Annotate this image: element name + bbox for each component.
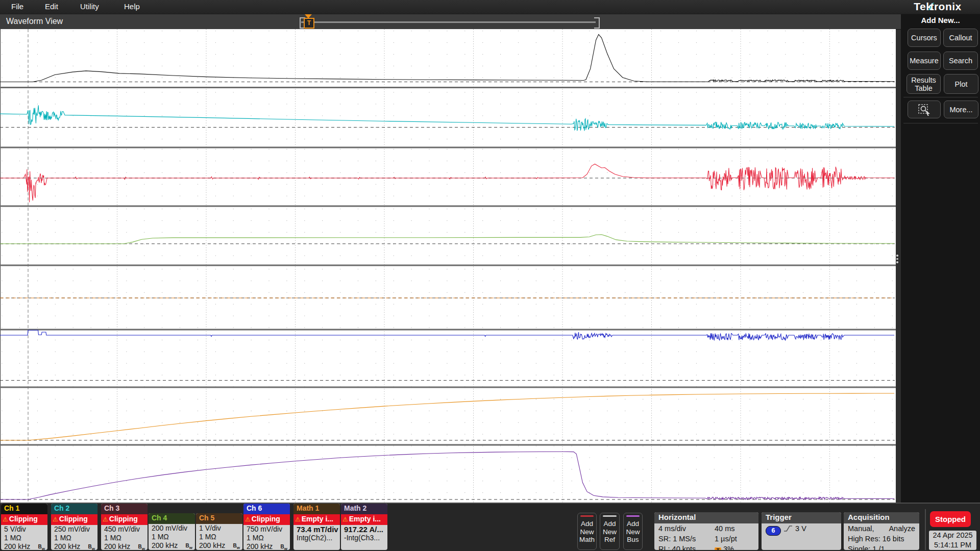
plot-button[interactable]: Plot bbox=[944, 74, 978, 94]
menu-item-file[interactable]: File bbox=[11, 2, 23, 11]
badge-header: Ch 5 bbox=[196, 513, 242, 524]
ruler-trigger-marker-icon[interactable]: T bbox=[304, 18, 314, 29]
bandwidth-limit-icon: Bw bbox=[88, 542, 95, 550]
time-text: 5:14:11 PM bbox=[929, 540, 976, 550]
grid-slice-ch4 bbox=[1, 206, 896, 265]
horizontal-row: RL: 40 kptsT3% bbox=[654, 544, 758, 550]
badge-row: Intg(Ch2)... bbox=[293, 534, 340, 542]
badge-row: 750 mV/div bbox=[243, 525, 290, 534]
badge-row: -Intg(Ch3... bbox=[341, 534, 387, 542]
acquisition-status-badge[interactable]: Stopped bbox=[930, 511, 971, 527]
add-new-math-button[interactable]: AddNewMath bbox=[577, 513, 597, 550]
acquisition-panel-title: Acquisition bbox=[844, 512, 919, 523]
badge-row: 1 MΩ bbox=[101, 534, 148, 542]
add-new-bus-button[interactable]: AddNewBus bbox=[623, 513, 643, 550]
ruler-right-bracket bbox=[594, 17, 600, 29]
warning-icon: ⚠ bbox=[342, 516, 348, 523]
badge-warning: ⚠Clipping bbox=[101, 514, 148, 525]
acquisition-single-row: Single: 1 /1 bbox=[844, 544, 919, 550]
badge-warning: ⚠Empty i... bbox=[293, 514, 340, 525]
badge-header: Ch 4 bbox=[149, 513, 195, 524]
warning-icon: ⚠ bbox=[103, 516, 108, 523]
search-button[interactable]: Search bbox=[943, 52, 978, 70]
acquisition-panel[interactable]: AcquisitionManual,AnalyzeHigh Res: 16 bi… bbox=[844, 512, 919, 550]
menu-item-utility[interactable]: Utility bbox=[80, 2, 99, 11]
callout-button[interactable]: Callout bbox=[943, 29, 978, 47]
add-new-heading: Add New... bbox=[901, 16, 980, 24]
badge-color-bar bbox=[580, 515, 594, 517]
badge-row: 1 V/div bbox=[196, 524, 242, 533]
cursors-button[interactable]: Cursors bbox=[908, 29, 941, 47]
panel-divider bbox=[903, 123, 978, 123]
trigger-source-badge: 6 bbox=[766, 526, 781, 536]
badge-header: Ch 2 bbox=[51, 504, 97, 514]
menu-item-help[interactable]: Help bbox=[124, 2, 140, 11]
horizontal-row: 4 ms/div40 ms bbox=[654, 523, 758, 534]
settings-badge-math2[interactable]: Math 2⚠Empty i...917.22 A/...-Intg(Ch3..… bbox=[341, 504, 387, 550]
badge-row: 200 kHzBw bbox=[196, 541, 242, 550]
badge-row: 250 mV/div bbox=[51, 525, 97, 534]
horizontal-panel[interactable]: Horizontal4 ms/div40 msSR: 1 MS/s1 µs/pt… bbox=[654, 512, 758, 550]
horizontal-panel-title: Horizontal bbox=[654, 512, 758, 523]
more-button[interactable]: More... bbox=[944, 101, 978, 118]
menu-item-edit[interactable]: Edit bbox=[45, 2, 58, 11]
settings-badge-ch4[interactable]: Ch 4200 mV/div1 MΩ200 kHzBw bbox=[149, 513, 195, 550]
badge-row: 200 kHzBw bbox=[51, 542, 97, 550]
add-new-ref-button[interactable]: AddNewRef bbox=[600, 513, 620, 550]
grid-slice-ch6 bbox=[1, 330, 896, 387]
measure-button[interactable]: Measure bbox=[908, 52, 941, 70]
settings-badge-ch3[interactable]: Ch 3⚠Clipping450 mV/div1 MΩ200 kHzBw bbox=[101, 504, 148, 550]
badge-color-bar bbox=[626, 515, 640, 517]
horizontal-row: SR: 1 MS/s1 µs/pt bbox=[654, 534, 758, 544]
warning-icon: ⚠ bbox=[3, 516, 8, 523]
grid-slice-math2 bbox=[1, 445, 896, 503]
badge-row: 200 kHzBw bbox=[149, 541, 195, 550]
badge-row: 1 MΩ bbox=[1, 534, 47, 542]
acquisition-mode-row: Manual,Analyze bbox=[844, 523, 919, 534]
settings-badge-ch6[interactable]: Ch 6⚠Clipping750 mV/div1 MΩ200 kHzBw bbox=[243, 504, 290, 550]
badge-color-bar bbox=[603, 515, 617, 517]
badge-warning: ⚠Clipping bbox=[243, 514, 290, 525]
badge-row: 1 MΩ bbox=[243, 534, 290, 542]
zoom-select-button[interactable] bbox=[908, 101, 941, 118]
logo-slash: ∕ bbox=[930, 1, 932, 12]
rising-edge-icon bbox=[783, 524, 793, 533]
settings-badge-ch5[interactable]: Ch 51 V/div1 MΩ200 kHzBw bbox=[196, 513, 242, 550]
tektronix-logo: Tek∕tronix bbox=[896, 1, 979, 13]
badge-header: Ch 3 bbox=[101, 504, 148, 514]
waveform-view-title: Waveform View bbox=[6, 17, 63, 26]
bandwidth-limit-icon: Bw bbox=[186, 541, 192, 550]
grid-slice-math1 bbox=[1, 387, 896, 445]
badge-row: 5 V/div bbox=[1, 525, 47, 534]
badge-header: Math 1 bbox=[293, 504, 340, 514]
warning-icon: ⚠ bbox=[53, 516, 58, 523]
grid-slice-ch3 bbox=[1, 147, 896, 206]
badge-warning: ⚠Empty i... bbox=[341, 514, 387, 525]
settings-badge-ch1[interactable]: Ch 1⚠Clipping5 V/div1 MΩ200 kHzBw bbox=[1, 504, 47, 550]
badge-row: 1 MΩ bbox=[196, 533, 242, 541]
grid-slice-ch1 bbox=[1, 29, 896, 88]
oscilloscope-screen: FileEditUtilityHelp Tek∕tronix Waveform … bbox=[0, 0, 980, 551]
trigger-panel-title: Trigger bbox=[762, 512, 841, 523]
grid-slice-ch5 bbox=[1, 265, 896, 330]
badge-row: 200 kHzBw bbox=[1, 542, 47, 550]
bandwidth-limit-icon: Bw bbox=[138, 542, 145, 550]
zoom-select-icon bbox=[918, 104, 931, 116]
settings-badge-math1[interactable]: Math 1⚠Empty i...73.4 mT/divIntg(Ch2)... bbox=[293, 504, 340, 550]
settings-badge-ch2[interactable]: Ch 2⚠Clipping250 mV/div1 MΩ200 kHzBw bbox=[51, 504, 97, 550]
results-table-button[interactable]: Results Table bbox=[906, 74, 941, 94]
warning-icon: ⚠ bbox=[245, 516, 251, 523]
overview-ruler[interactable] bbox=[301, 21, 596, 23]
trigger-panel[interactable]: Trigger6 3 V bbox=[762, 512, 841, 550]
bandwidth-limit-icon: Bw bbox=[281, 542, 287, 550]
acquisition-res-row: High Res: 16 bits bbox=[844, 534, 919, 544]
date-text: 24 Apr 2025 bbox=[929, 531, 976, 540]
trigger-level-text: 3 V bbox=[795, 524, 806, 533]
badge-row: 73.4 mT/div bbox=[293, 525, 340, 534]
panel-drag-handle-icon[interactable] bbox=[896, 253, 898, 265]
badge-header: Ch 1 bbox=[1, 504, 47, 514]
badge-row: 200 kHzBw bbox=[243, 542, 290, 550]
badge-header: Ch 6 bbox=[243, 504, 290, 514]
bottombar-divider bbox=[925, 509, 926, 550]
bandwidth-limit-icon: Bw bbox=[38, 542, 45, 550]
